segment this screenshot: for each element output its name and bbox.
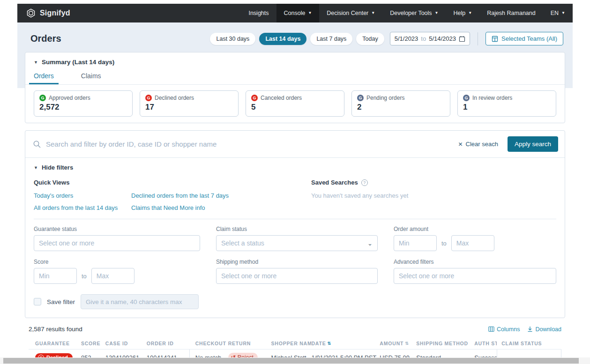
column-header-date[interactable]: DATE⇅: [311, 341, 380, 346]
shipping-method-label: Shipping method: [216, 259, 378, 265]
column-header-shopper: SHOPPER NAME: [271, 341, 312, 346]
quick-view-link[interactable]: Claims that Need More info: [131, 204, 311, 211]
range-pill-last-7-days[interactable]: Last 7 days: [310, 33, 352, 45]
nav-item-rajesh-ramanand[interactable]: Rajesh Ramanand: [479, 4, 543, 22]
page-title: Orders: [30, 33, 61, 44]
column-header-auth: AUTH STATUS: [474, 341, 497, 346]
summary-card-top: GPending orders: [357, 95, 445, 101]
summary-card-value: 2: [357, 103, 445, 112]
quick-view-link[interactable]: Declined orders from the last 7 days: [131, 192, 311, 199]
nav-item-console[interactable]: Console▼: [276, 4, 320, 22]
column-header-order: ORDER ID: [147, 341, 190, 346]
order-amount-to-word: to: [441, 240, 447, 247]
horizontal-scrollbar-thumb[interactable]: [3, 358, 579, 364]
nav-item-label: Insights: [248, 10, 269, 16]
score-label: Score: [34, 259, 200, 265]
claim-status-select[interactable]: Select a status ⌄: [216, 235, 378, 251]
hide-filters-toggle[interactable]: ▼ Hide filters: [25, 158, 565, 177]
nav-items: InsightsConsole▼Decision Center▼Develope…: [241, 4, 573, 22]
help-icon[interactable]: ?: [361, 179, 368, 186]
quick-views: Quick Views Today's ordersDeclined order…: [34, 179, 311, 211]
column-header-guarantee: GUARANTEE: [29, 341, 81, 346]
score-max-input[interactable]: [91, 268, 134, 284]
summary-collapse-toggle[interactable]: ▼ Summary (Last 14 days): [34, 59, 556, 66]
summary-panel: ▼ Summary (Last 14 days) OrdersClaims GA…: [25, 52, 565, 123]
summary-card-label: Canceled orders: [261, 95, 302, 101]
nav-item-developer-tools[interactable]: Developer Tools▼: [382, 4, 446, 22]
clear-search-button[interactable]: ✕ Clear seach: [458, 141, 498, 148]
nav-item-decision-center[interactable]: Decision Center▼: [319, 4, 382, 22]
download-button[interactable]: Download: [527, 326, 561, 333]
summary-card-label: Pending orders: [366, 95, 404, 101]
score-min-input[interactable]: [34, 268, 77, 284]
saved-searches-title: Saved Searches: [311, 179, 358, 186]
quick-view-link[interactable]: All orders from the last 14 days: [34, 204, 131, 211]
summary-card-value: 17: [145, 103, 233, 112]
order-amount-min-input[interactable]: [394, 235, 437, 251]
table-header-row: GUARANTEESCORECASE IDORDER IDCHECKOUTRET…: [29, 337, 561, 349]
horizontal-scrollbar-track: [0, 357, 590, 364]
summary-card: GDeclined orders17: [140, 90, 239, 117]
selected-teams-button[interactable]: Selected Teams (All): [485, 32, 563, 45]
column-header-label: CHECKOUT: [195, 341, 226, 346]
search-row: ✕ Clear seach Apply search: [25, 131, 565, 157]
date-to: 5/14/2023: [429, 35, 456, 42]
guarantee-badge-icon: G: [251, 95, 258, 101]
column-header-amount[interactable]: AMOUNT⇅: [380, 341, 416, 346]
column-header-label: SHIPPING METHOD: [416, 341, 468, 346]
download-icon: [527, 326, 533, 332]
columns-button[interactable]: Columns: [488, 326, 520, 333]
saved-searches: Saved Searches ? You haven't saved any s…: [311, 179, 408, 211]
tab-claims[interactable]: Claims: [81, 72, 101, 84]
shipping-method-input[interactable]: [216, 268, 378, 284]
advanced-filters-input[interactable]: [394, 268, 556, 284]
summary-card-label: Declined orders: [155, 95, 194, 101]
quick-view-link[interactable]: Today's orders: [34, 192, 131, 199]
filter-area: Guarantee status Claim status Select a s…: [25, 219, 565, 293]
brand-name: Signifyd: [40, 9, 70, 17]
summary-card-top: GIn review orders: [463, 95, 551, 101]
save-filter-label: Save filter: [47, 298, 75, 305]
results-count: 2,587 results found: [29, 326, 82, 333]
tab-orders[interactable]: Orders: [34, 72, 54, 84]
nav-item-insights[interactable]: Insights: [241, 4, 276, 22]
nav-item-label: Rajesh Ramanand: [487, 10, 536, 16]
guarantee-status-input[interactable]: [34, 235, 200, 251]
column-header-label: AMOUNT: [380, 341, 403, 346]
save-filter-name-input[interactable]: [81, 294, 199, 309]
column-header-case: CASE ID: [105, 341, 147, 346]
apply-search-button[interactable]: Apply search: [508, 136, 558, 152]
save-filter-row: Save filter: [25, 293, 565, 318]
summary-card-top: GDeclined orders: [145, 95, 233, 101]
summary-card-value: 2,572: [39, 103, 127, 112]
column-header-label: GUARANTEE: [35, 341, 70, 346]
clear-search-label: Clear seach: [466, 141, 498, 148]
guarantee-status-label: Guarantee status: [34, 226, 200, 232]
summary-card-top: GApproved orders: [39, 95, 127, 101]
column-header-label: RETURN: [228, 341, 251, 346]
order-amount-max-input[interactable]: [451, 235, 494, 251]
filters-top: Quick Views Today's ordersDeclined order…: [25, 177, 565, 219]
range-pill-last-14-days[interactable]: Last 14 days: [259, 33, 306, 45]
quick-views-title: Quick Views: [34, 179, 311, 186]
save-filter-checkbox[interactable]: [34, 298, 41, 305]
column-header-label: SHOPPER NAME: [271, 341, 312, 346]
column-header-label: CASE ID: [105, 341, 128, 346]
nav-item-en[interactable]: EN▼: [543, 4, 573, 22]
nav-item-label: Help: [454, 10, 466, 16]
column-header-checkout: CHECKOUT: [190, 341, 228, 346]
clear-x-icon: ✕: [458, 141, 463, 148]
summary-cards: GApproved orders2,572GDeclined orders17G…: [34, 90, 556, 117]
range-pill-last-30-days[interactable]: Last 30 days: [210, 33, 255, 45]
column-header-label: SCORE: [81, 341, 100, 346]
search-input[interactable]: [46, 140, 454, 148]
column-header-label: DATE: [311, 341, 326, 346]
nav-item-help[interactable]: Help▼: [446, 4, 480, 22]
summary-tabs: OrdersClaims: [34, 72, 556, 84]
date-range-input[interactable]: 5/1/2023 to 5/14/2023: [390, 32, 470, 45]
columns-icon: [488, 326, 494, 332]
range-pill-today[interactable]: Today: [356, 33, 384, 45]
chevron-down-icon: ⌄: [367, 240, 373, 247]
sort-icon: ⇅: [405, 341, 409, 346]
brand-logo[interactable]: Signifyd: [17, 4, 79, 22]
